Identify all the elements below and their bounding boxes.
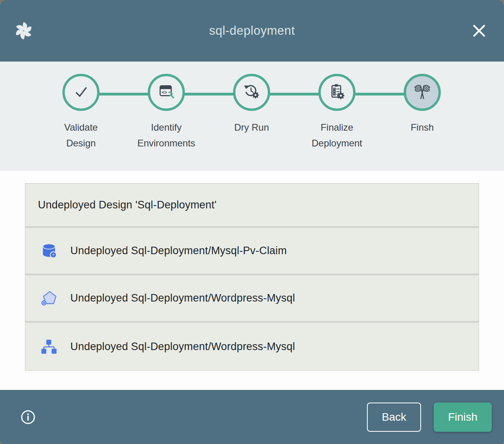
status-text: Undeployed Sql-Deployment/Wordpress-Mysq… xyxy=(70,292,295,304)
topology-tree-icon xyxy=(40,337,58,356)
deployment-status-panel: Undeployed Design 'Sql-Deployment' ? Und… xyxy=(0,171,504,390)
step-finish[interactable]: Finsh xyxy=(380,74,465,151)
step-circle[interactable]: <> xyxy=(148,74,185,111)
clipboard-gear-icon xyxy=(327,82,347,103)
step-circle[interactable] xyxy=(233,74,270,111)
step-label: Validate Design xyxy=(49,120,113,151)
history-gear-icon xyxy=(242,82,261,103)
info-icon[interactable] xyxy=(21,410,36,425)
step-label: Finsh xyxy=(411,120,434,135)
step-validate-design[interactable]: Validate Design xyxy=(38,74,124,151)
status-row-wordpress-mysql-tree: Undeployed Sql-Deployment/Wordpress-Mysq… xyxy=(25,323,479,370)
dialog-footer: Back Finish xyxy=(0,390,504,444)
checkered-flags-icon xyxy=(412,82,432,103)
step-circle[interactable] xyxy=(62,74,100,111)
step-label: Identify Environments xyxy=(134,120,198,151)
back-button[interactable]: Back xyxy=(367,403,421,432)
sql-deployment-dialog: sql-deployment Validate Design xyxy=(0,0,504,444)
dialog-title: sql-deployment xyxy=(0,24,504,38)
step-circle[interactable] xyxy=(318,74,355,111)
pod-pentagon-icon xyxy=(40,289,58,307)
close-icon[interactable] xyxy=(471,22,487,39)
svg-text:?: ? xyxy=(52,253,55,257)
code-window-wrench-icon: <> xyxy=(156,82,176,103)
step-finalize-deployment[interactable]: Finalize Deployment xyxy=(294,74,380,151)
database-question-icon: ? xyxy=(40,242,58,260)
step-dry-run[interactable]: Dry Run xyxy=(209,74,294,151)
step-label: Dry Run xyxy=(234,120,269,135)
status-text: Undeployed Design 'Sql-Deployment' xyxy=(38,199,216,211)
wizard-stepper: Validate Design <> xyxy=(0,62,504,171)
status-text: Undeployed Sql-Deployment/Mysql-Pv-Claim xyxy=(70,245,287,257)
nirmata-pinwheel-logo-icon xyxy=(14,21,33,40)
step-label: Finalize Deployment xyxy=(305,120,369,151)
finish-button[interactable]: Finish xyxy=(434,403,492,432)
check-icon xyxy=(71,82,91,103)
step-identify-environments[interactable]: <> Identify Environments xyxy=(124,74,209,151)
status-row-mysql-pv-claim: ? Undeployed Sql-Deployment/Mysql-Pv-Cla… xyxy=(25,228,479,275)
status-row-design: Undeployed Design 'Sql-Deployment' xyxy=(25,184,479,228)
status-list: Undeployed Design 'Sql-Deployment' ? Und… xyxy=(25,183,479,371)
svg-text:<>: <> xyxy=(162,90,167,95)
status-row-wordpress-mysql-pod: Undeployed Sql-Deployment/Wordpress-Mysq… xyxy=(25,275,479,323)
step-circle-active[interactable] xyxy=(404,74,441,111)
status-text: Undeployed Sql-Deployment/Wordpress-Mysq… xyxy=(70,341,295,353)
dialog-header: sql-deployment xyxy=(0,0,504,62)
